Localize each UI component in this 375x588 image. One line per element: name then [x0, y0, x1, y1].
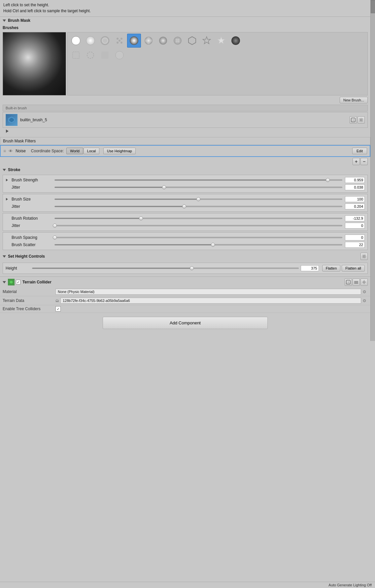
brush-strength-value[interactable]: [345, 177, 365, 183]
jitter2-expand: [6, 204, 10, 209]
drag-handle-icon[interactable]: ≡: [3, 148, 6, 154]
brush-size-slider[interactable]: [54, 197, 342, 202]
brush-spacing-slider[interactable]: [54, 235, 342, 240]
brush-rotation-slider[interactable]: [54, 216, 342, 221]
flatten-button[interactable]: Flatten: [322, 265, 341, 272]
use-heightmap-button[interactable]: Use Heightmap: [103, 148, 136, 154]
set-height-header[interactable]: Set Height Controls: [0, 251, 370, 261]
jitter1-row: Jitter: [6, 184, 365, 190]
brush-r2-3[interactable]: [98, 48, 112, 62]
brush-r2-1[interactable]: [69, 48, 83, 62]
terrain-settings-btn[interactable]: [353, 278, 360, 286]
jitter1-value[interactable]: [345, 184, 365, 190]
brush-dots[interactable]: [113, 34, 126, 48]
height-triangle: [3, 255, 6, 258]
brush-circle[interactable]: [69, 34, 83, 48]
world-button[interactable]: World: [66, 148, 83, 154]
material-picker-btn[interactable]: ⊙: [361, 288, 368, 295]
brush-star-outline2[interactable]: [214, 34, 228, 48]
jitter2-label: Jitter: [12, 204, 54, 209]
jitter3-slider[interactable]: [54, 223, 342, 228]
brush-scatter-value[interactable]: [345, 242, 365, 248]
main-panel: Left click to set the height. Hold Ctrl …: [0, 0, 375, 341]
collapse-triangle: [3, 19, 6, 22]
brush-preview-image: [3, 32, 66, 95]
brush-hex[interactable]: [185, 34, 199, 48]
jitter3-row: Jitter: [6, 223, 365, 229]
remove-filter-button[interactable]: −: [360, 158, 368, 165]
brush-soft-circle[interactable]: [84, 34, 97, 48]
enable-tree-checkbox[interactable]: [55, 306, 61, 312]
coord-space-buttons: World Local: [66, 148, 99, 154]
brush-rotation-value[interactable]: [345, 215, 365, 221]
flatten-all-button[interactable]: Flatten all: [342, 265, 365, 272]
brush-expand-triangle[interactable]: [6, 129, 9, 133]
jitter2-slider[interactable]: [54, 204, 342, 209]
brush-scatter-slider[interactable]: [54, 242, 342, 247]
brush-gear-btn[interactable]: [358, 116, 365, 124]
scrollbar-thumb[interactable]: [371, 0, 375, 13]
brush-size-value[interactable]: [345, 196, 365, 202]
brush-scatter-row: Brush Scatter: [6, 242, 365, 248]
jitter2-row: Jitter: [6, 203, 365, 209]
brush-strength-slider[interactable]: [54, 177, 342, 183]
svg-point-15: [159, 37, 167, 45]
add-filter-button[interactable]: +: [353, 158, 360, 165]
brush-spacing-value[interactable]: [345, 235, 365, 240]
instruction-line2: Hold Ctrl and left click to sample the t…: [3, 8, 367, 14]
add-component-button[interactable]: Add Component: [103, 317, 268, 329]
svg-point-9: [130, 36, 138, 45]
scrollbar[interactable]: [370, 0, 375, 341]
material-label: Material: [3, 289, 55, 294]
instruction-text: Left click to set the height. Hold Ctrl …: [0, 0, 370, 17]
strength-expand[interactable]: [6, 178, 10, 182]
brush-star-outline[interactable]: [200, 34, 214, 48]
set-height-title: Set Height Controls: [8, 254, 45, 259]
terrain-collider-triangle[interactable]: [3, 281, 6, 283]
height-gear-btn[interactable]: [360, 253, 368, 260]
size-expand[interactable]: [6, 197, 10, 202]
new-brush-button[interactable]: New Brush...: [340, 97, 368, 103]
height-slider[interactable]: [32, 266, 299, 271]
terrain-info-btn[interactable]: i: [345, 278, 352, 286]
jitter2-value[interactable]: [345, 203, 365, 209]
jitter1-expand: [6, 185, 10, 190]
height-param-group: Height Flatten Flatten all: [3, 263, 368, 274]
brush-ring[interactable]: [98, 34, 112, 48]
brush-expand-row: [3, 129, 368, 134]
height-label: Height: [6, 266, 32, 271]
brushes-label: Brushes: [3, 25, 368, 30]
terrain-collider-actions: i: [345, 278, 368, 286]
height-value[interactable]: [301, 265, 319, 271]
jitter3-expand: [6, 223, 10, 228]
brush-flower[interactable]: [142, 34, 155, 48]
terrain-collider-checkbox[interactable]: [16, 280, 20, 284]
terrain-data-label: Terrain Data: [3, 298, 55, 303]
brush-selected[interactable]: [127, 34, 141, 48]
stroke-header[interactable]: Stroke: [0, 166, 370, 173]
brush-info-btn[interactable]: i: [350, 116, 357, 124]
terrain-collider-header: Terrain Collider i: [0, 276, 370, 287]
edit-button[interactable]: Edit: [352, 148, 367, 154]
jitter3-value[interactable]: [345, 223, 365, 229]
svg-point-24: [87, 52, 94, 58]
brush-spacing-row: Brush Spacing: [6, 235, 365, 240]
brush-mask-section: Brushes: [0, 24, 370, 137]
brush-r2-4[interactable]: [113, 48, 126, 62]
brush-mask-header[interactable]: Brush Mask: [0, 17, 370, 24]
brush-dark[interactable]: [229, 34, 243, 48]
svg-point-12: [147, 42, 150, 44]
terrain-gear-btn[interactable]: [360, 278, 368, 286]
brush-star[interactable]: [156, 34, 170, 48]
svg-point-31: [360, 119, 362, 121]
brush-r2-2[interactable]: [84, 48, 97, 62]
brush-spiky[interactable]: [171, 34, 185, 48]
terrain-data-picker-btn[interactable]: ⊙: [361, 297, 368, 304]
visibility-icon[interactable]: 👁: [9, 149, 13, 154]
filter-name-text: Noise: [16, 149, 26, 153]
local-button[interactable]: Local: [84, 148, 99, 154]
svg-point-26: [116, 51, 123, 59]
jitter1-slider[interactable]: [54, 185, 342, 190]
brush-row-1: [69, 34, 366, 48]
svg-point-4: [117, 38, 119, 40]
